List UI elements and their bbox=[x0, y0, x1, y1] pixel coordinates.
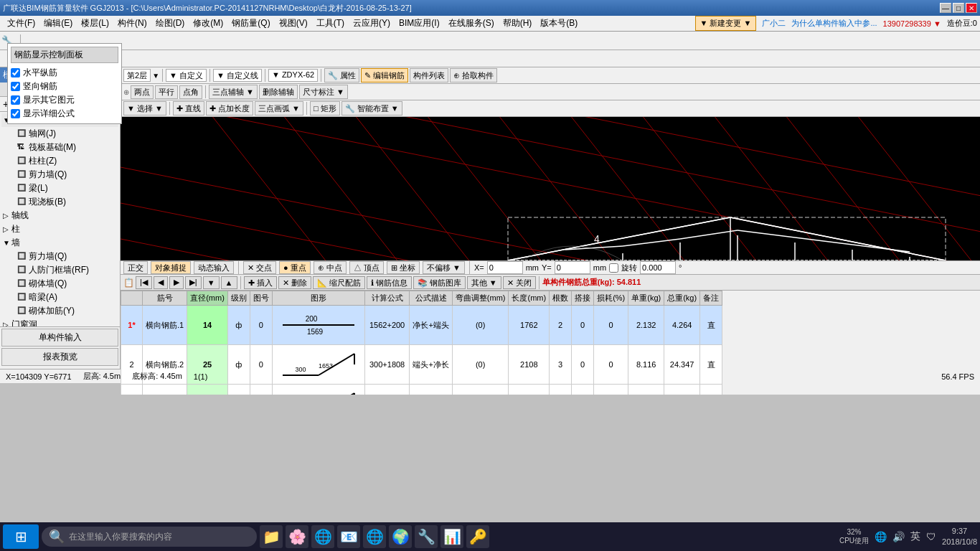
menu-item-n[interactable]: 构件(N) bbox=[113, 16, 151, 31]
part-list-btn[interactable]: 构件列表 bbox=[410, 68, 448, 83]
menu-item-m[interactable]: 修改(M) bbox=[189, 16, 227, 31]
vertex-btn[interactable]: △ 顶点 bbox=[349, 261, 384, 274]
center-btn[interactable]: ⊕ 中点 bbox=[314, 261, 347, 274]
3d-viewport[interactable]: 4 bbox=[121, 117, 980, 260]
dynamic-input-btn[interactable]: 动态输入 bbox=[194, 261, 234, 274]
maximize-button[interactable]: □ bbox=[953, 3, 964, 13]
menu-item-v[interactable]: 视图(V) bbox=[275, 16, 312, 31]
point-angle-btn[interactable]: 点角 bbox=[179, 85, 202, 99]
table-row[interactable]: 1*横向钢筋.114ф020015691562+200净长+端头(0)17622… bbox=[121, 306, 722, 345]
layer-combo[interactable]: 第2层 bbox=[123, 69, 151, 82]
menu-item-y[interactable]: 云应用(Y) bbox=[349, 16, 395, 31]
sidebar-item-column[interactable]: 🔲柱柱(Z) bbox=[7, 154, 118, 168]
rebar-checkbox-2[interactable] bbox=[11, 95, 20, 105]
menu-item-d[interactable]: 绘图(D) bbox=[151, 16, 189, 31]
sidebar-item-raft[interactable]: 🏗筏板基础(M) bbox=[7, 141, 118, 154]
three-arc-btn[interactable]: 三点画弧 ▼ bbox=[255, 101, 303, 116]
props-btn[interactable]: 🔧 属性 bbox=[324, 68, 359, 83]
new-change-btn[interactable]: ▼ 新建变更 ▼ bbox=[695, 16, 757, 31]
smart-layout-btn[interactable]: 🔧 智能布置 ▼ bbox=[341, 101, 402, 116]
volume-icon[interactable]: 🔊 bbox=[892, 531, 905, 542]
menu-item-e[interactable]: 编辑(E) bbox=[39, 16, 77, 31]
menu-item-f[interactable]: 文件(F) bbox=[3, 16, 39, 31]
sidebar-group-wall[interactable]: ▼ 墙 bbox=[1, 236, 118, 250]
no-offset-btn[interactable]: 不偏移 ▼ bbox=[423, 261, 465, 274]
network-icon[interactable]: 🌐 bbox=[875, 531, 887, 542]
table-row[interactable]: 2横向钢筋.225ф03001653300+1808端头+净长(0)210830… bbox=[121, 345, 722, 385]
x-input[interactable] bbox=[487, 261, 523, 274]
menu-item-t[interactable]: 工具(T) bbox=[312, 16, 349, 31]
rebar-info-btn[interactable]: ℹ 钢筋信息 bbox=[367, 276, 412, 289]
rotate-checkbox[interactable] bbox=[609, 263, 618, 273]
menu-item-q[interactable]: 钢筋量(Q) bbox=[227, 16, 274, 31]
sidebar-item-slab[interactable]: 🔲现浇板(B) bbox=[7, 195, 118, 209]
sidebar-group-door[interactable]: ▷ 门窗洞 bbox=[1, 318, 118, 326]
def2-combo[interactable]: ▼ 自定义线 bbox=[213, 69, 262, 82]
table-row[interactable]: 3横向钢筋.325ф0300165340*d+1808端头+净长(0)21081… bbox=[121, 385, 722, 395]
nav-up-btn[interactable]: ▲ bbox=[221, 276, 237, 289]
search-bar[interactable]: 🔍 在这里输入你要搜索的内容 bbox=[42, 527, 257, 547]
twopoint-btn[interactable]: 两点 bbox=[131, 85, 154, 99]
minimize-button[interactable]: — bbox=[940, 3, 951, 13]
sidebar-item-shear-wall2[interactable]: 🔲剪力墙(Q) bbox=[7, 250, 118, 263]
select-btn[interactable]: ▼ 选择 ▼ bbox=[123, 101, 166, 116]
line-btn[interactable]: ✚ 直线 bbox=[173, 101, 204, 116]
snap-btn[interactable]: 对象捕捉 bbox=[151, 261, 191, 274]
taskbar-icon-ie[interactable]: 🌐 bbox=[311, 525, 334, 548]
menu-item-l[interactable]: 楼层(L) bbox=[77, 16, 113, 31]
sidebar-item-shear-wall[interactable]: 🔲剪力墙(Q) bbox=[7, 168, 118, 182]
y-input[interactable] bbox=[555, 261, 590, 274]
nav-down-btn[interactable]: ▼ bbox=[203, 276, 220, 289]
rebar-library-btn[interactable]: 📚 钢筋图库 bbox=[413, 276, 466, 289]
antivirus-icon[interactable]: 🛡 bbox=[926, 531, 936, 542]
edit-rebar-btn[interactable]: ✎ 编辑钢筋 bbox=[361, 68, 408, 83]
three-axis-btn[interactable]: 三点辅轴 ▼ bbox=[209, 85, 258, 99]
parallel-btn[interactable]: 平行 bbox=[155, 85, 178, 99]
taskbar-icon-app1[interactable]: 🌸 bbox=[286, 525, 308, 548]
close-table-btn[interactable]: ✕ 关闭 bbox=[503, 276, 536, 289]
delete-row-btn[interactable]: ✕ 删除 bbox=[278, 276, 311, 289]
clock[interactable]: 9:37 2018/10/8 bbox=[942, 526, 977, 548]
del-axis-btn[interactable]: 删除辅轴 bbox=[259, 85, 298, 99]
insert-row-btn[interactable]: ✚ 插入 bbox=[244, 276, 277, 289]
layer-arrow[interactable]: ▼ bbox=[152, 72, 159, 80]
rect-btn[interactable]: □ 矩形 bbox=[310, 101, 340, 116]
sidebar-item-masonry[interactable]: 🔲砌体墙(Q) bbox=[7, 277, 118, 291]
sidebar-group-column[interactable]: ▷ 柱 bbox=[1, 222, 118, 236]
input-method-icon[interactable]: 英 bbox=[910, 530, 920, 543]
start-button[interactable]: ⊞ bbox=[3, 524, 39, 549]
taskbar-icon-file[interactable]: 📁 bbox=[260, 525, 283, 548]
taskbar-icon-mail[interactable]: 📧 bbox=[337, 525, 360, 548]
taskbar-icon-earth[interactable]: 🌍 bbox=[389, 525, 412, 548]
intersection-btn[interactable]: ✕ 交点 bbox=[243, 261, 276, 274]
sidebar-item-beam[interactable]: 🔲梁(L) bbox=[7, 182, 118, 195]
steel-table[interactable]: 筋号直径(mm)级别图号图形计算公式公式描述弯曲调整(mm)长度(mm)根数搭接… bbox=[121, 291, 980, 395]
midpoint-btn[interactable]: ● 重点 bbox=[279, 261, 311, 274]
coord-btn[interactable]: ⊞ 坐标 bbox=[387, 261, 420, 274]
zdyx-combo[interactable]: ▼ ZDYX-62 bbox=[268, 69, 318, 82]
dim-mark-btn[interactable]: 尺寸标注 ▼ bbox=[299, 85, 348, 99]
sidebar-item-hidden-beam[interactable]: 🔲暗梁(A) bbox=[7, 291, 118, 304]
nav-last-btn[interactable]: ▶| bbox=[185, 276, 202, 289]
sidebar-item-masonry-rebar[interactable]: 🔲砌体加筋(Y) bbox=[7, 304, 118, 318]
nav-first-btn[interactable]: |◀ bbox=[136, 276, 152, 289]
sidebar-item-axis[interactable]: 🔲轴网(J) bbox=[7, 127, 118, 141]
rebar-checkbox-1[interactable] bbox=[11, 82, 20, 91]
sidebar-group-axis[interactable]: ▷ 轴线 bbox=[1, 209, 118, 222]
rebar-checkbox-0[interactable] bbox=[11, 68, 20, 77]
orthogonal-btn[interactable]: 正交 bbox=[123, 261, 148, 274]
def1-combo[interactable]: ▼ 自定义 bbox=[166, 69, 207, 82]
point-add-btn[interactable]: ✚ 点加长度 bbox=[206, 101, 253, 116]
nav-next-btn[interactable]: ▶ bbox=[169, 276, 184, 289]
taskbar-icon-app3[interactable]: 📊 bbox=[440, 525, 463, 548]
other-btn[interactable]: 其他 ▼ bbox=[467, 276, 501, 289]
menu-item-h[interactable]: 帮助(H) bbox=[499, 16, 537, 31]
taskbar-icon-app4[interactable]: 🔑 bbox=[466, 525, 489, 548]
shrink-rebar-btn[interactable]: 📐 缩尺配筋 bbox=[313, 276, 365, 289]
rotate-input[interactable] bbox=[640, 261, 676, 274]
taskbar-icon-chrome[interactable]: 🌐 bbox=[363, 525, 386, 548]
report-preview-btn[interactable]: 报表预览 bbox=[1, 348, 118, 366]
menu-item-bimi[interactable]: BIM应用(I) bbox=[395, 16, 444, 31]
menu-item-b[interactable]: 版本号(B) bbox=[536, 16, 582, 31]
sidebar-item-civil-defense[interactable]: 🔲人防门框墙(RF) bbox=[7, 263, 118, 277]
